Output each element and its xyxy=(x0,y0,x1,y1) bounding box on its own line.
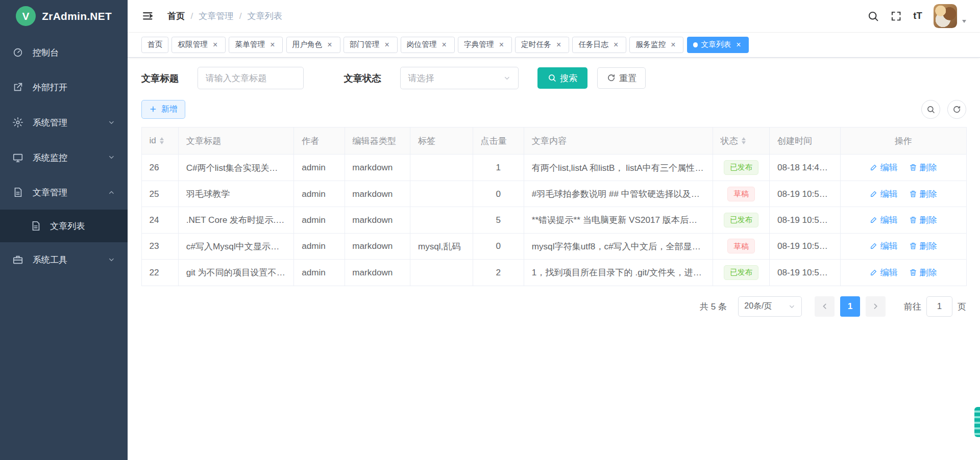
reset-button[interactable]: 重置 xyxy=(597,67,646,89)
cell-id: 26 xyxy=(141,155,178,181)
edit-label: 编辑 xyxy=(880,188,898,200)
sort-icon[interactable] xyxy=(742,137,746,144)
column-label: 文章标题 xyxy=(186,135,222,147)
delete-link[interactable]: 删除 xyxy=(909,188,937,200)
sort-icon[interactable] xyxy=(160,137,164,144)
font-size-icon[interactable]: tT xyxy=(913,10,922,21)
cell-author: admin xyxy=(294,181,345,207)
sidebar-item-article-admin[interactable]: 文章管理 xyxy=(0,175,128,210)
edit-label: 编辑 xyxy=(880,240,898,252)
close-icon[interactable]: × xyxy=(440,40,449,49)
cell-title: git 为不同的项目设置不同... xyxy=(178,260,294,286)
total-count: 共 5 条 xyxy=(700,300,727,313)
sidebar-item-dashboard[interactable]: 控制台 xyxy=(0,35,128,70)
topbar-actions: tT xyxy=(867,4,966,28)
chevron-up-icon xyxy=(108,189,115,196)
search-toggle-icon[interactable] xyxy=(921,100,940,119)
scrollbar-thumb[interactable] xyxy=(974,407,980,437)
delete-label: 删除 xyxy=(920,266,937,278)
chevron-down-icon xyxy=(108,119,115,126)
article-status-label: 文章状态 xyxy=(344,72,381,85)
tab-dept-admin[interactable]: 部门管理× xyxy=(344,37,398,53)
tab-scheduled-task[interactable]: 定时任务× xyxy=(515,37,569,53)
sidebar-item-system-admin[interactable]: 系统管理 xyxy=(0,105,128,140)
breadcrumb-separator: / xyxy=(190,11,193,21)
close-icon[interactable]: × xyxy=(554,40,563,49)
column-label: 文章内容 xyxy=(532,135,567,147)
sidebar-item-system-monitor[interactable]: 系统监控 xyxy=(0,140,128,175)
edit-link[interactable]: 编辑 xyxy=(870,214,898,226)
cell-id: 22 xyxy=(141,260,178,286)
article-status-select[interactable]: 请选择 xyxy=(400,67,519,89)
delete-link[interactable]: 删除 xyxy=(909,266,937,278)
close-icon[interactable]: × xyxy=(268,40,277,49)
column-header-tags: 标签 xyxy=(410,127,473,155)
article-title-input[interactable] xyxy=(198,67,304,89)
tab-article-list[interactable]: 文章列表× xyxy=(687,37,749,53)
tab-label: 字典管理 xyxy=(464,40,494,49)
sidebar-subitem-article-list[interactable]: 文章列表 xyxy=(0,210,128,242)
prev-page-button[interactable] xyxy=(815,296,835,316)
close-icon[interactable]: × xyxy=(734,40,743,49)
cell-created: 08-18 14:41:36 xyxy=(770,155,840,181)
column-header-status[interactable]: 状态 xyxy=(713,127,769,155)
tab-task-log[interactable]: 任务日志× xyxy=(572,37,626,53)
tab-bar: 首页 权限管理× 菜单管理× 用户角色× 部门管理× 岗位管理× 字典管理× 定… xyxy=(128,33,980,58)
page-size-value: 20条/页 xyxy=(744,301,772,312)
add-button[interactable]: 新增 xyxy=(141,100,185,119)
menu-collapse-icon[interactable] xyxy=(141,10,154,22)
edit-link[interactable]: 编辑 xyxy=(870,188,898,200)
search-button[interactable]: 搜索 xyxy=(537,67,587,89)
search-button-label: 搜索 xyxy=(560,72,577,84)
app-root: V ZrAdmin.NET 控制台 外部打开 系统管理 系统监控 xyxy=(0,0,980,460)
column-label: 点击量 xyxy=(480,135,506,147)
edit-link[interactable]: 编辑 xyxy=(870,266,898,278)
sidebar-item-system-tools[interactable]: 系统工具 xyxy=(0,242,128,277)
goto-label: 前往 xyxy=(904,300,921,313)
close-icon[interactable]: × xyxy=(325,40,334,49)
delete-link[interactable]: 删除 xyxy=(909,161,937,173)
filter-form: 文章标题 文章状态 请选择 搜索 重置 xyxy=(141,67,966,89)
delete-link[interactable]: 删除 xyxy=(909,240,937,252)
chevron-down-icon[interactable] xyxy=(962,20,966,23)
close-icon[interactable]: × xyxy=(669,40,677,49)
tab-menu-admin[interactable]: 菜单管理× xyxy=(229,37,283,53)
next-page-button[interactable] xyxy=(866,296,886,316)
tab-dict-admin[interactable]: 字典管理× xyxy=(458,37,512,53)
cell-created: 08-19 10:51:22 xyxy=(770,260,840,286)
edit-link[interactable]: 编辑 xyxy=(870,161,898,173)
tab-service-monitor[interactable]: 服务监控× xyxy=(629,37,683,53)
cell-actions: 编辑 删除 xyxy=(840,233,966,259)
sidebar-item-external-open[interactable]: 外部打开 xyxy=(0,70,128,105)
column-header-id[interactable]: id xyxy=(141,127,178,155)
status-badge: 草稿 xyxy=(727,239,754,253)
cell-status: 草稿 xyxy=(713,181,769,207)
chevron-down-icon xyxy=(108,154,115,161)
search-icon[interactable] xyxy=(867,10,879,22)
goto-page-input[interactable] xyxy=(926,296,952,316)
tab-post-admin[interactable]: 岗位管理× xyxy=(401,37,455,53)
tab-home[interactable]: 首页 xyxy=(141,37,168,53)
avatar[interactable] xyxy=(934,4,958,28)
breadcrumb-article-admin: 文章管理 xyxy=(199,10,234,22)
page-number-1[interactable]: 1 xyxy=(840,296,860,316)
cell-title: .NET Core 发布时提示.NET... xyxy=(178,207,294,233)
close-icon[interactable]: × xyxy=(611,40,620,49)
breadcrumb-home[interactable]: 首页 xyxy=(167,10,185,22)
cell-title: C#两个list集合实现关联，... xyxy=(178,155,294,181)
edit-link[interactable]: 编辑 xyxy=(870,240,898,252)
cell-tags xyxy=(410,181,473,207)
tab-permission[interactable]: 权限管理× xyxy=(172,37,226,53)
close-icon[interactable]: × xyxy=(497,40,506,49)
close-icon[interactable]: × xyxy=(383,40,391,49)
page-size-select[interactable]: 20条/页 xyxy=(738,296,802,316)
table-row: 26 C#两个list集合实现关联，... admin markdown 1 有… xyxy=(141,155,966,181)
fullscreen-icon[interactable] xyxy=(890,10,902,22)
refresh-icon[interactable] xyxy=(947,100,966,119)
tab-label: 首页 xyxy=(148,40,162,49)
cell-created: 08-19 10:51:29 xyxy=(770,181,840,207)
tab-user-role[interactable]: 用户角色× xyxy=(286,37,340,53)
cell-author: admin xyxy=(294,233,345,259)
delete-link[interactable]: 删除 xyxy=(909,214,937,226)
close-icon[interactable]: × xyxy=(211,40,219,49)
